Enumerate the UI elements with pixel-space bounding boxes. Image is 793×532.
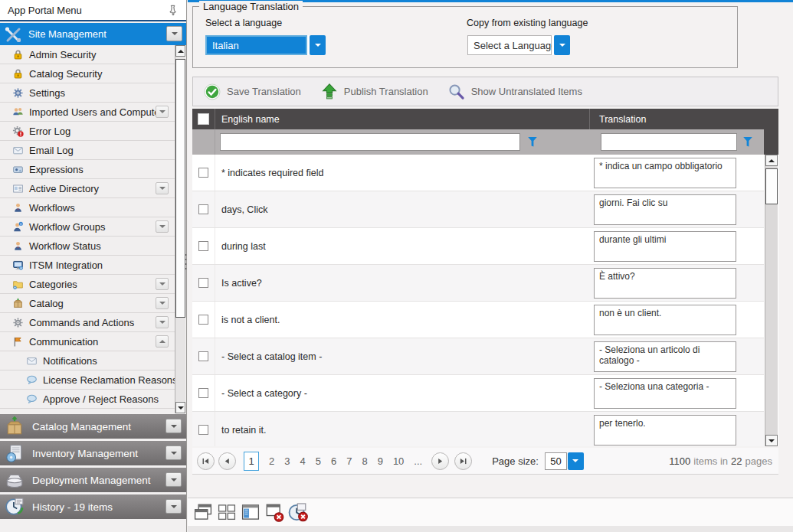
translation-textarea[interactable]: durante gli ultimi [594,231,736,262]
sidebar-section-history[interactable]: History - 19 items [0,494,186,519]
sidebar-item-error-log[interactable]: Error Log [0,122,175,141]
translation-textarea[interactable]: È attivo? [594,268,736,299]
sidebar-section-deployment-management[interactable]: Deployment Management [0,468,186,492]
row-checkbox[interactable] [198,315,208,325]
chevron-down-icon[interactable] [156,278,169,290]
sidebar-item-workflows[interactable]: Workflows [0,198,175,217]
page-number[interactable]: 6 [331,455,336,467]
table-scrollbar[interactable] [765,155,778,446]
sidebar-item-admin-security[interactable]: Admin Security [0,45,175,64]
chevron-down-icon[interactable] [156,220,169,233]
page-ellipsis[interactable]: ... [414,455,422,467]
scroll-up-button[interactable] [765,155,778,166]
clear-history-icon[interactable] [288,502,308,522]
sidebar-item-communication[interactable]: Communication [0,332,175,351]
previous-page-button[interactable] [218,452,236,470]
chevron-down-icon[interactable] [165,472,182,487]
chevron-down-icon[interactable] [156,297,169,309]
chevron-down-icon[interactable] [165,446,182,460]
selected-language-value[interactable]: Italian [205,35,307,55]
sidebar-item-settings[interactable]: Settings [0,83,175,103]
sidebar-item-workflow-status[interactable]: Workflow Status [0,237,175,256]
translation-textarea[interactable]: non è un client. [594,305,736,335]
sidebar-item-notifications[interactable]: Notifications [0,351,175,370]
page-size-value[interactable]: 50 [545,452,567,470]
translation-textarea[interactable]: - Seleziona una categoria - [594,378,736,409]
scroll-up-button[interactable] [175,45,185,57]
row-checkbox[interactable] [198,241,208,251]
row-checkbox[interactable] [198,278,208,288]
sidebar-section-catalog-management[interactable]: Catalog Management [0,414,186,439]
publish-translation-button[interactable]: Publish Translation [321,83,428,100]
sidebar-item-approve-reject-reasons[interactable]: Approve / Reject Reasons [0,390,175,409]
gear-icon [12,317,24,328]
sidebar-scrollbar[interactable] [175,45,185,413]
sidebar-item-commands-and-actions[interactable]: Commands and Actions [0,313,175,332]
english-filter-input[interactable] [220,133,520,151]
sidebar-item-catalog-security[interactable]: Catalog Security [0,64,175,83]
page-size-dropdown-arrow-icon[interactable] [568,452,584,470]
sidebar-item-active-directory[interactable]: Active Directory [0,179,175,198]
sidebar-item-catalog[interactable]: Catalog [0,294,175,313]
show-panel-icon[interactable] [241,502,261,522]
last-page-button[interactable] [454,452,472,470]
sidebar-item-imported-users-and-computers[interactable]: Imported Users and Computers [0,103,175,122]
pin-icon[interactable] [168,4,179,16]
sidebar-item-categories[interactable]: Categories [0,275,175,294]
row-checkbox[interactable] [198,425,208,435]
sidebar-item-expressions[interactable]: Expressions [0,160,175,179]
chevron-down-icon[interactable] [156,182,169,194]
row-checkbox[interactable] [198,168,208,178]
tile-windows-icon[interactable] [217,502,237,522]
column-header-translation[interactable]: Translation [599,114,646,125]
scroll-down-button[interactable] [175,402,185,413]
filter-funnel-icon[interactable] [742,136,753,148]
page-number[interactable]: 2 [269,455,274,467]
sidebar-item-license-reclamation-reasons[interactable]: License Reclamation Reasons [0,370,175,390]
page-number[interactable]: 10 [393,455,404,467]
chevron-down-icon[interactable] [165,419,182,433]
dropdown-arrow-icon[interactable] [554,35,570,55]
translation-textarea[interactable]: * indica un campo obbligatorio [594,158,736,188]
chevron-down-icon[interactable] [156,316,169,328]
next-page-button[interactable] [431,452,449,470]
close-window-icon[interactable] [264,502,284,522]
column-header-english[interactable]: English name [221,114,280,125]
translation-textarea[interactable]: per tenerlo. [594,415,736,446]
scrollbar-thumb[interactable] [765,168,778,204]
scroll-down-button[interactable] [765,435,778,446]
page-number[interactable]: 5 [316,455,321,467]
page-number[interactable]: 7 [346,455,352,467]
sidebar-item-itsm-integration[interactable]: ITSM Integration [0,256,175,275]
first-page-button[interactable] [197,452,215,470]
select-all-checkbox[interactable] [198,113,209,125]
scrollbar-thumb[interactable] [175,59,185,318]
copy-language-select[interactable]: Select a Language [467,35,570,55]
filter-funnel-icon[interactable] [527,136,538,148]
chevron-down-icon[interactable] [165,499,182,514]
show-untranslated-items-button[interactable]: Show Untranslated Items [448,83,582,100]
cascade-windows-icon[interactable] [193,502,213,522]
language-select[interactable]: Italian [205,35,326,55]
save-translation-button[interactable]: Save Translation [204,83,301,100]
page-number-current[interactable]: 1 [244,452,259,471]
page-number[interactable]: 4 [300,455,305,467]
sidebar-item-email-log[interactable]: Email Log [0,141,175,160]
chevron-down-icon[interactable] [166,26,182,41]
dropdown-arrow-icon[interactable] [310,35,326,55]
page-number[interactable]: 9 [378,455,383,467]
chevron-up-icon[interactable] [156,335,169,348]
translation-textarea[interactable]: - Seleziona un articolo di catalogo - [594,341,736,372]
translation-textarea[interactable]: giorni. Fai clic su [594,194,736,225]
copy-language-value[interactable]: Select a Language [467,35,552,55]
sidebar-section-site-management[interactable]: Site Management [0,23,186,45]
sidebar-section-inventory-management[interactable]: Inventory Management [0,441,186,465]
row-checkbox[interactable] [198,204,208,214]
sidebar-item-workflow-groups[interactable]: Workflow Groups [0,217,175,237]
page-number[interactable]: 3 [284,455,290,467]
row-checkbox[interactable] [198,388,208,398]
row-checkbox[interactable] [198,351,208,361]
translation-filter-input[interactable] [601,133,737,151]
chevron-down-icon[interactable] [156,106,169,118]
page-number[interactable]: 8 [362,455,367,467]
